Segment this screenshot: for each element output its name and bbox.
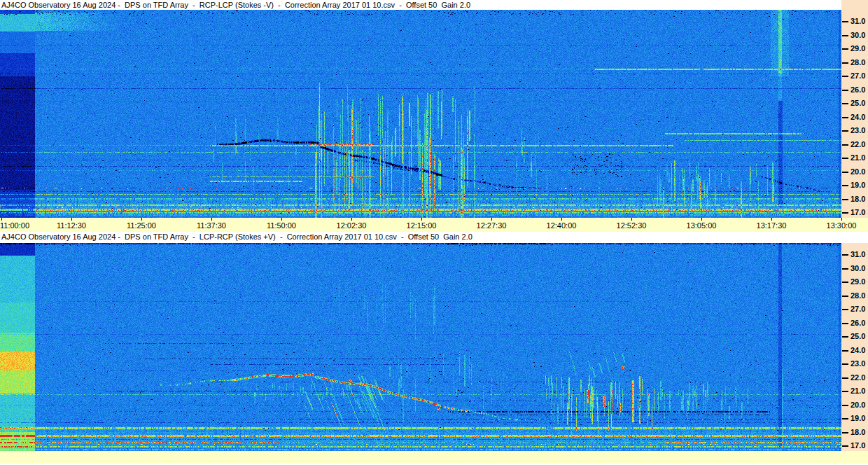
panel2-title: AJ4CO Observatory 16 Aug 2024 - DPS on T…: [0, 232, 868, 243]
time-tick-mark: [141, 218, 142, 221]
freq-tick-mark: [842, 35, 848, 36]
panel2: 31.030.029.028.027.026.025.024.023.022.0…: [0, 243, 868, 451]
time-tick-label: 12:02:30: [332, 221, 371, 230]
freq-tick-mark: [842, 363, 848, 365]
freq-tick-label: 20.0: [850, 401, 865, 409]
time-tick-mark: [561, 218, 562, 221]
time-axis: 11:00:0011:12:3011:25:0011:37:3011:50:00…: [0, 218, 868, 232]
freq-tick-mark: [842, 130, 848, 132]
freq-tick-mark: [842, 199, 848, 200]
freq-tick-mark: [842, 323, 848, 324]
panel2-frequency-scale: 31.030.029.028.027.026.025.024.023.022.0…: [841, 243, 868, 451]
spectrograph-window: AJ4CO Observatory 16 Aug 2024 - DPS on T…: [0, 0, 868, 465]
time-tick-mark: [491, 218, 492, 221]
freq-tick-label: 20.0: [850, 167, 865, 176]
freq-tick-label: 29.0: [850, 44, 865, 53]
freq-tick-label: 27.0: [850, 71, 865, 80]
freq-tick-mark: [842, 21, 848, 22]
time-tick-mark: [211, 218, 212, 221]
time-tick-mark: [1, 218, 2, 221]
freq-tick-label: 22.0: [850, 140, 865, 148]
freq-tick-label: 31.0: [850, 17, 865, 25]
time-tick-label: 13:30:00: [822, 221, 861, 230]
freq-tick-mark: [842, 48, 848, 50]
freq-tick-label: 30.0: [850, 31, 865, 39]
freq-tick-mark: [842, 432, 848, 433]
freq-tick-mark: [842, 445, 848, 447]
freq-tick-label: 28.0: [850, 58, 865, 67]
time-tick-mark: [841, 218, 842, 221]
freq-tick-mark: [842, 336, 848, 338]
freq-tick-label: 25.0: [850, 99, 865, 107]
time-tick-label: 12:15:00: [402, 221, 441, 230]
freq-tick-mark: [842, 62, 848, 64]
time-tick-mark: [71, 218, 72, 221]
time-tick-mark: [351, 218, 352, 221]
panel1: AJ4CO Observatory 16 Aug 2024 - DPS on T…: [0, 0, 868, 218]
time-tick-label: 11:50:00: [262, 221, 301, 230]
freq-tick-label: 19.0: [850, 181, 865, 189]
freq-tick-label: 23.0: [850, 126, 865, 134]
freq-tick-label: 21.0: [850, 387, 865, 395]
time-tick-label: 11:00:00: [0, 221, 39, 230]
freq-tick-mark: [842, 158, 848, 159]
freq-tick-label: 21.0: [850, 153, 865, 162]
freq-tick-mark: [842, 254, 848, 256]
freq-tick-label: 27.0: [850, 305, 865, 313]
freq-tick-mark: [842, 172, 848, 173]
freq-tick-label: 22.0: [850, 373, 865, 382]
freq-tick-mark: [842, 212, 848, 214]
time-tick-mark: [631, 218, 632, 221]
panel1-frequency-scale: 31.030.029.028.027.026.025.024.023.022.0…: [841, 0, 868, 218]
freq-tick-label: 30.0: [850, 264, 865, 272]
freq-tick-mark: [842, 185, 848, 186]
time-tick-label: 12:52:30: [612, 221, 651, 230]
freq-tick-label: 18.0: [850, 195, 865, 203]
freq-tick-mark: [842, 350, 848, 352]
freq-tick-mark: [842, 296, 848, 297]
freq-tick-mark: [842, 144, 848, 146]
freq-tick-mark: [842, 103, 848, 104]
panel1-title: AJ4CO Observatory 16 Aug 2024 - DPS on T…: [0, 0, 841, 10]
freq-tick-mark: [842, 418, 848, 419]
panel2-spectrogram[interactable]: [0, 243, 841, 451]
time-tick-mark: [701, 218, 702, 221]
freq-tick-label: 28.0: [850, 291, 865, 300]
panel1-spectrogram[interactable]: [0, 10, 841, 218]
bottom-strip: [0, 451, 868, 465]
freq-tick-label: 25.0: [850, 332, 865, 340]
freq-tick-label: 23.0: [850, 359, 865, 368]
time-tick-label: 13:05:00: [682, 221, 721, 230]
freq-tick-mark: [842, 391, 848, 392]
freq-tick-mark: [842, 90, 848, 91]
time-tick-label: 11:37:30: [192, 221, 231, 230]
time-tick-mark: [281, 218, 282, 221]
time-tick-label: 12:27:30: [472, 221, 511, 230]
freq-tick-label: 18.0: [850, 428, 865, 436]
freq-tick-label: 26.0: [850, 319, 865, 327]
time-tick-label: 11:12:30: [52, 221, 91, 230]
time-tick-label: 13:17:30: [752, 221, 791, 230]
freq-tick-mark: [842, 309, 848, 310]
time-tick-label: 11:25:00: [122, 221, 161, 230]
time-tick-mark: [421, 218, 422, 221]
freq-tick-label: 24.0: [850, 113, 865, 121]
freq-tick-mark: [842, 282, 848, 283]
freq-tick-label: 19.0: [850, 414, 865, 422]
freq-tick-mark: [842, 268, 848, 270]
time-tick-mark: [771, 218, 772, 221]
freq-tick-label: 17.0: [850, 208, 865, 216]
freq-tick-label: 26.0: [850, 85, 865, 94]
freq-tick-mark: [842, 405, 848, 406]
freq-tick-mark: [842, 76, 848, 77]
freq-tick-label: 24.0: [850, 346, 865, 354]
time-tick-label: 12:40:00: [542, 221, 581, 230]
freq-tick-label: 29.0: [850, 277, 865, 286]
freq-tick-mark: [842, 377, 848, 379]
freq-tick-label: 17.0: [850, 441, 865, 450]
freq-tick-label: 31.0: [850, 250, 865, 258]
freq-tick-mark: [842, 117, 848, 118]
